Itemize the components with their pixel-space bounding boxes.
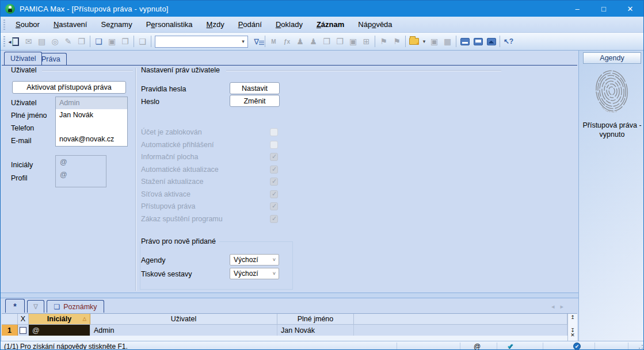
document-time-icon[interactable]: ❒: [320, 35, 333, 48]
header-initials[interactable]: Iniciály△: [29, 314, 90, 325]
auto-login-checkbox[interactable]: [270, 141, 278, 149]
tab-scroll-arrows[interactable]: ◂▸: [551, 303, 569, 310]
print-icon[interactable]: ▤: [35, 35, 48, 48]
combo-dropdown-icon[interactable]: ▾: [239, 39, 247, 44]
phone-field[interactable]: [56, 121, 127, 133]
dashboard-icon[interactable]: [458, 35, 471, 48]
form-area: Uživatel Aktivovat přístupová práva Uživ…: [2, 65, 577, 293]
email-field[interactable]: novak@novak.cz: [56, 133, 127, 145]
menu-podani[interactable]: Podání: [231, 17, 269, 32]
print-preview-icon[interactable]: ◎: [48, 35, 62, 48]
minimize-button[interactable]: –: [564, 1, 590, 17]
tab-all[interactable]: *: [5, 299, 25, 313]
menu-nastaveni[interactable]: Nastavení: [47, 17, 94, 32]
splitter-bar[interactable]: [1, 293, 578, 298]
app-logo-icon: [5, 4, 15, 14]
header-fullname[interactable]: Plné jméno: [277, 314, 354, 325]
user-field: Admin: [56, 97, 127, 109]
archive-box-icon[interactable]: ▣: [428, 35, 441, 48]
folder-icon[interactable]: [407, 35, 421, 48]
document-alt-icon[interactable]: ▣: [346, 35, 360, 48]
header-user[interactable]: Uživatel: [90, 314, 277, 325]
set-password-rules-button[interactable]: Nastavit: [230, 82, 280, 94]
download-update-checkbox[interactable]: [270, 178, 278, 186]
cell-fullname[interactable]: Jan Novák: [277, 325, 354, 336]
context-help-icon[interactable]: ↖?: [502, 35, 515, 48]
resize-grip[interactable]: [638, 344, 643, 349]
table-tabstrip: * ∇ ❏Poznámky ◂▸: [2, 298, 577, 313]
search-combobox[interactable]: ▾: [155, 36, 248, 48]
menu-personalistika[interactable]: Personalistika: [139, 17, 200, 32]
new-record-icon[interactable]: ❏: [92, 35, 105, 48]
network-activation-checkbox[interactable]: [270, 190, 278, 198]
records-table: X Iniciály△ Uživatel Plné jméno ↥ ↧✕ 1 @…: [2, 313, 577, 341]
folder-dropdown-icon[interactable]: ▾: [421, 35, 428, 48]
row-check-cell[interactable]: [18, 325, 29, 336]
fullname-field[interactable]: Jan Novák: [56, 109, 127, 121]
cell-initials[interactable]: @: [29, 325, 90, 336]
filter-icon[interactable]: ∇: [250, 35, 263, 48]
menu-mzdy[interactable]: Mzdy: [200, 17, 231, 32]
send-document-icon[interactable]: ✉: [22, 35, 35, 48]
flag-icon[interactable]: ⚑: [377, 35, 390, 48]
print-reports-select[interactable]: Výchozí˅: [230, 268, 279, 279]
iban-icon[interactable]: ▦: [441, 35, 454, 48]
copy-record-icon[interactable]: ❑: [136, 35, 149, 48]
info-board-checkbox[interactable]: [270, 153, 278, 161]
agendy-panel-header[interactable]: Agendy: [583, 52, 641, 64]
activate-rights-button[interactable]: Aktivovat přístupová práva: [12, 81, 126, 94]
tab-filter[interactable]: ∇: [27, 300, 44, 313]
document-icon[interactable]: ❒: [333, 35, 346, 48]
group-rights-title: Nastavení práv uživatele: [141, 66, 223, 74]
table-vscrollbar[interactable]: ↥ ↧✕: [567, 314, 577, 341]
status-message: (1/1) Pro získání nápovědy stiskněte F1.: [4, 343, 128, 350]
export-icon[interactable]: ❒: [75, 35, 88, 48]
menu-grip[interactable]: [2, 20, 6, 30]
maximize-button[interactable]: □: [590, 1, 617, 17]
program-block-checkbox[interactable]: [270, 215, 278, 223]
toolbar-grip[interactable]: [2, 36, 6, 47]
table-row[interactable]: 1 @ Admin Jan Novák: [2, 325, 577, 336]
function-fx-icon[interactable]: ƒx: [280, 35, 294, 48]
fullname-label: Plné jméno: [11, 111, 47, 120]
save-icon[interactable]: ▣: [105, 35, 119, 48]
save-copy-icon[interactable]: ❐: [119, 35, 132, 48]
exit-agenda-icon[interactable]: [9, 35, 22, 48]
profile-label: Profil: [11, 174, 27, 182]
employee-lock-icon[interactable]: ♟: [307, 35, 320, 48]
editor-view-icon[interactable]: [471, 35, 485, 48]
menu-seznamy[interactable]: Seznamy: [94, 17, 139, 32]
flag-alt-icon[interactable]: ⚑: [390, 35, 403, 48]
payroll-m-icon[interactable]: M: [267, 35, 280, 48]
tab-poznamky[interactable]: ❏Poznámky: [47, 300, 104, 313]
pdf-export-icon[interactable]: ✎: [62, 35, 75, 48]
scroll-bottom-icon[interactable]: ↧✕: [570, 328, 575, 337]
change-password-button[interactable]: Změnit: [230, 95, 280, 107]
scroll-top-icon[interactable]: ↥: [570, 314, 575, 320]
account-locked-checkbox[interactable]: [270, 128, 278, 136]
access-rights-checkbox[interactable]: [270, 202, 278, 210]
table-header-row: X Iniciály△ Uživatel Plné jméno ↥ ↧✕: [2, 314, 577, 325]
note-doc-icon: ❏: [54, 303, 60, 311]
tab-next-icon[interactable]: ▸: [560, 303, 569, 310]
cell-user[interactable]: Admin: [90, 325, 277, 336]
employee-icon[interactable]: ♟: [294, 35, 307, 48]
tab-uzivatel[interactable]: Uživatel: [4, 52, 42, 65]
close-button[interactable]: ✕: [617, 1, 643, 17]
tab-prev-icon[interactable]: ◂: [551, 303, 561, 310]
toolbar-separator: [405, 36, 406, 47]
document-add-icon[interactable]: ⊞: [360, 35, 373, 48]
menu-zaznam[interactable]: Záznam: [310, 17, 351, 32]
status-ok-icon: ✔: [573, 343, 581, 350]
status-bar: (1/1) Pro získání nápovědy stiskněte F1.…: [1, 341, 644, 350]
agenda-caption: Přístupová práva - vypnuto: [579, 121, 644, 139]
menu-soubor[interactable]: Soubor: [9, 17, 47, 32]
header-x[interactable]: X: [18, 314, 29, 325]
toolbar-separator: [500, 36, 500, 47]
agendy-select[interactable]: Výchozí˅: [230, 254, 279, 266]
presentation-icon[interactable]: [485, 35, 498, 48]
auto-update-checkbox[interactable]: [270, 166, 278, 174]
row-checkbox[interactable]: [20, 327, 26, 334]
menu-napoveda[interactable]: Nápověda: [351, 17, 399, 32]
menu-doklady[interactable]: Doklady: [269, 17, 310, 32]
